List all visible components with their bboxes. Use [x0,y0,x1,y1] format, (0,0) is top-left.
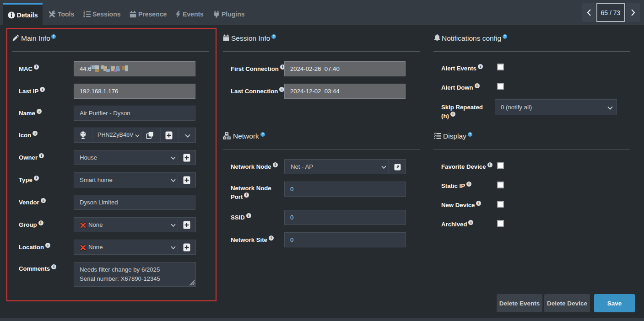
svg-text:2: 2 [83,13,85,16]
